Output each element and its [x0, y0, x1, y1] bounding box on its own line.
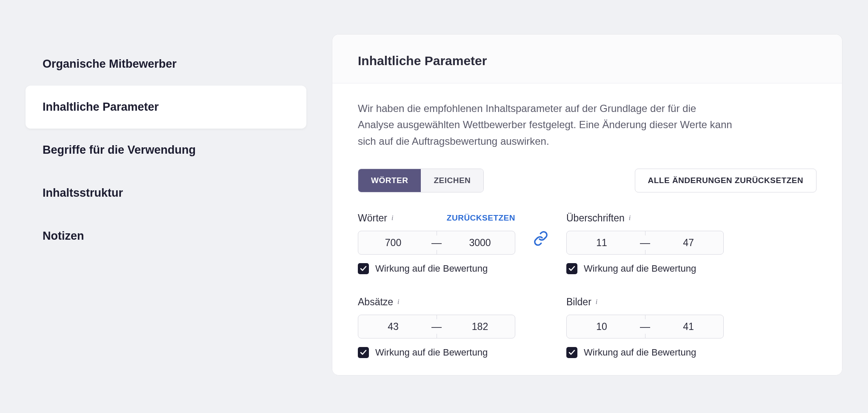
headings-max-input[interactable]	[654, 237, 723, 249]
words-range: —	[358, 231, 515, 255]
range-separator: —	[640, 237, 650, 249]
headings-range: —	[566, 231, 724, 255]
param-paragraphs: Absätze i — Wirkung auf die Bewertung	[358, 295, 515, 358]
param-headings-label: Überschriften	[566, 212, 625, 224]
images-effect-label: Wirkung auf die Bewertung	[584, 347, 696, 358]
range-separator: —	[431, 237, 442, 249]
headings-effect-label: Wirkung auf die Bewertung	[584, 263, 696, 274]
link-icon[interactable]	[533, 231, 548, 248]
panel-description: Wir haben die empfohlenen Inhaltsparamet…	[358, 100, 732, 149]
unit-toggle: WÖRTER ZEICHEN	[358, 169, 484, 192]
toggle-chars[interactable]: ZEICHEN	[421, 169, 483, 192]
sidebar-item-terms[interactable]: Begriffe für die Verwendung	[26, 129, 306, 172]
range-separator: —	[640, 321, 650, 333]
sidebar: Organische Mitbewerber Inhaltliche Param…	[26, 34, 306, 376]
sidebar-item-content-params[interactable]: Inhaltliche Parameter	[26, 86, 306, 129]
param-words-label: Wörter	[358, 212, 387, 224]
headings-min-input[interactable]	[567, 237, 637, 249]
paragraphs-min-input[interactable]	[358, 321, 428, 333]
images-range: —	[566, 315, 724, 338]
param-words: Wörter i ZURÜCKSETZEN — Wi	[358, 212, 515, 274]
sidebar-item-competitors[interactable]: Organische Mitbewerber	[26, 43, 306, 86]
words-min-input[interactable]	[358, 237, 428, 249]
range-separator: —	[431, 321, 442, 333]
images-max-input[interactable]	[654, 321, 723, 333]
param-images-label: Bilder	[566, 296, 591, 308]
info-icon[interactable]: i	[397, 298, 399, 306]
info-icon[interactable]: i	[596, 298, 597, 306]
sidebar-item-structure[interactable]: Inhaltsstruktur	[26, 172, 306, 215]
paragraphs-range: —	[358, 315, 515, 338]
content-params-panel: Inhaltliche Parameter Wir haben die empf…	[332, 34, 842, 376]
info-icon[interactable]: i	[629, 214, 631, 222]
info-icon[interactable]: i	[391, 214, 393, 222]
words-effect-label: Wirkung auf die Bewertung	[375, 263, 488, 274]
param-headings: Überschriften i — Wirkung auf die Bewe	[566, 212, 724, 274]
paragraphs-effect-label: Wirkung auf die Bewertung	[375, 347, 488, 358]
words-max-input[interactable]	[445, 237, 515, 249]
param-paragraphs-label: Absätze	[358, 296, 393, 308]
reset-words-link[interactable]: ZURÜCKSETZEN	[447, 213, 515, 223]
paragraphs-effect-checkbox[interactable]	[358, 347, 369, 358]
words-effect-checkbox[interactable]	[358, 263, 369, 274]
sidebar-item-notes[interactable]: Notizen	[26, 215, 306, 258]
param-images: Bilder i — Wirkung auf die Bewertung	[566, 295, 724, 358]
images-min-input[interactable]	[567, 321, 637, 333]
reset-all-button[interactable]: ALLE ÄNDERUNGEN ZURÜCKSETZEN	[635, 169, 817, 192]
images-effect-checkbox[interactable]	[566, 347, 577, 358]
paragraphs-max-input[interactable]	[445, 321, 515, 333]
panel-title: Inhaltliche Parameter	[358, 54, 817, 68]
headings-effect-checkbox[interactable]	[566, 263, 577, 274]
toggle-words[interactable]: WÖRTER	[358, 169, 421, 192]
